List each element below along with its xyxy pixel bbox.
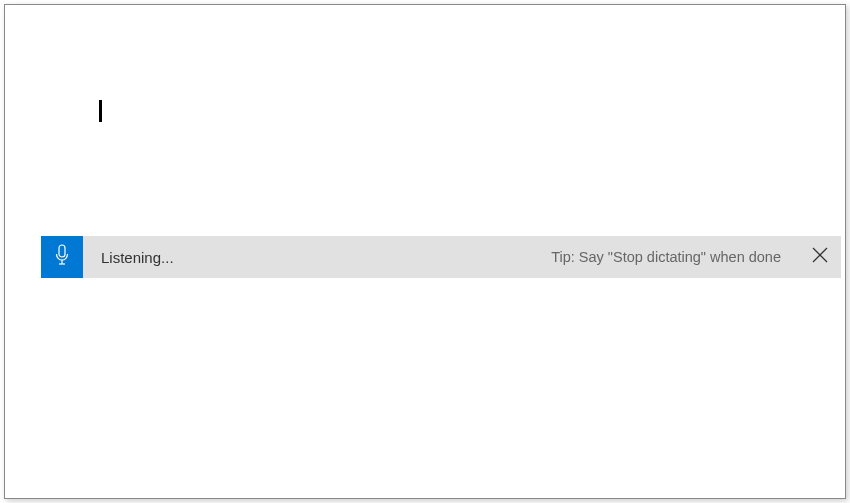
- close-icon: [812, 247, 828, 267]
- text-cursor: [99, 100, 102, 122]
- microphone-button[interactable]: [41, 236, 83, 278]
- close-button[interactable]: [799, 236, 841, 278]
- dictation-status-text: Listening...: [101, 249, 174, 266]
- microphone-icon: [54, 244, 70, 270]
- dictation-tip-text: Tip: Say "Stop dictating" when done: [551, 249, 781, 265]
- window-frame: Listening... Tip: Say "Stop dictating" w…: [4, 4, 846, 499]
- dictation-bar: Listening... Tip: Say "Stop dictating" w…: [41, 236, 841, 278]
- svg-rect-0: [59, 245, 65, 257]
